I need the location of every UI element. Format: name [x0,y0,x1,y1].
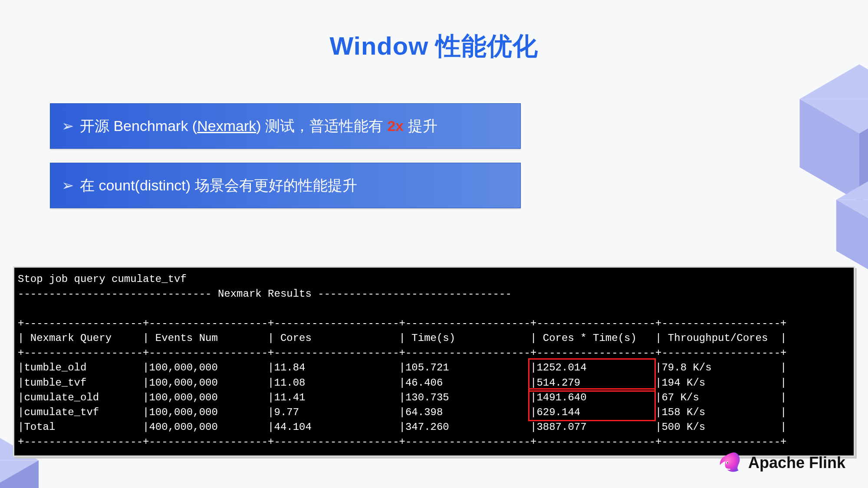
product-name: Apache Flink [748,454,845,472]
callout-text: 开源 Benchmark (Nexmark) 测试，普适性能有 2x 提升 [80,118,437,134]
nexmark-link[interactable]: Nexmark [197,118,256,134]
svg-point-1 [727,462,728,464]
flink-squirrel-icon [717,450,741,476]
callout-count-distinct: ➢ 在 count(distinct) 场景会有更好的性能提升 [50,163,521,208]
terminal-output: Stop job query cumulate_tvf ------------… [13,266,855,457]
bullet-arrow-icon: ➢ [62,118,74,134]
callout-text: 在 count(distinct) 场景会有更好的性能提升 [80,177,357,194]
callout-list: ➢ 开源 Benchmark (Nexmark) 测试，普适性能有 2x 提升 … [50,103,521,222]
callout-benchmark: ➢ 开源 Benchmark (Nexmark) 测试，普适性能有 2x 提升 [50,103,521,149]
footer-logo: Apache Flink [717,450,845,476]
speedup-highlight: 2x [387,118,404,134]
slide-title: Window 性能优化 [0,29,868,63]
decoration-cubes-right [800,64,868,202]
bullet-arrow-icon: ➢ [62,177,74,194]
